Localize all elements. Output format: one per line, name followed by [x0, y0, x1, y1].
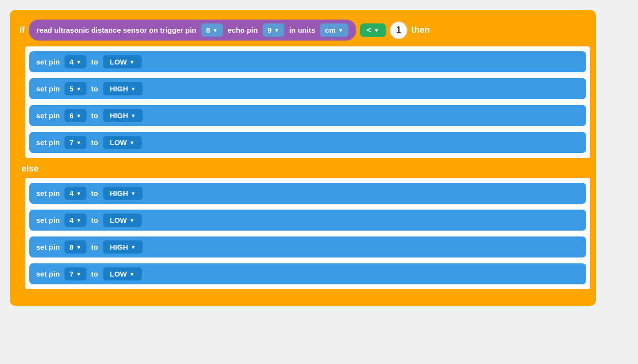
pin-dropdown-else-0[interactable]: 4 ▼: [64, 187, 86, 200]
set-pin-row: set pin 4 ▼ to LOW ▼: [29, 210, 586, 231]
units-arrow-icon: ▼: [338, 27, 343, 33]
set-label-if-1: set pin: [36, 85, 60, 93]
echo-label: echo pin: [228, 26, 258, 34]
to-label-else-1: to: [91, 216, 98, 224]
else-body: set pin 4 ▼ to HIGH ▼ set pin 4 ▼ to LOW…: [25, 178, 590, 289]
else-label: else: [21, 164, 39, 174]
set-label-else-2: set pin: [36, 243, 60, 251]
to-label-if-3: to: [91, 138, 98, 147]
operator-arrow-icon: ▼: [374, 27, 379, 33]
value-dropdown-if-0[interactable]: LOW ▼: [103, 55, 142, 68]
pin-dropdown-if-3[interactable]: 7 ▼: [64, 136, 86, 149]
pin-dropdown-else-3[interactable]: 7 ▼: [64, 267, 86, 280]
to-label-else-0: to: [91, 189, 98, 197]
pin-arrow-icon-if-0: ▼: [76, 59, 82, 65]
to-label-if-2: to: [91, 111, 98, 120]
set-label-else-0: set pin: [36, 189, 60, 197]
to-label-if-0: to: [91, 58, 98, 66]
to-label-if-1: to: [91, 85, 98, 93]
value-arrow-icon-if-2: ▼: [130, 113, 136, 119]
set-label-if-2: set pin: [36, 111, 60, 120]
pin-dropdown-if-0[interactable]: 4 ▼: [64, 55, 86, 68]
echo-pin-arrow-icon: ▼: [274, 27, 279, 33]
value-dropdown-else-3[interactable]: LOW ▼: [103, 267, 142, 280]
value-dropdown-else-2[interactable]: HIGH ▼: [103, 240, 143, 254]
set-pin-row: set pin 8 ▼ to HIGH ▼: [29, 236, 586, 257]
set-pin-row: set pin 4 ▼ to HIGH ▼: [29, 183, 586, 204]
value-arrow-icon-else-2: ▼: [130, 244, 136, 250]
trigger-pin-dropdown[interactable]: 8 ▼: [201, 23, 223, 37]
value-arrow-icon-if-0: ▼: [129, 59, 135, 65]
if-body: set pin 4 ▼ to LOW ▼ set pin 5 ▼ to HIGH…: [25, 46, 590, 158]
set-pin-row: set pin 5 ▼ to HIGH ▼: [29, 78, 586, 99]
pin-arrow-icon-else-1: ▼: [76, 217, 82, 223]
set-label-if-3: set pin: [36, 138, 60, 147]
to-label-else-2: to: [91, 243, 98, 251]
set-label-else-3: set pin: [36, 270, 60, 278]
pin-arrow-icon-if-1: ▼: [76, 86, 82, 92]
else-row: else: [16, 160, 590, 178]
if-row: if read ultrasonic distance sensor on tr…: [16, 16, 590, 46]
value-arrow-icon-else-0: ▼: [130, 191, 136, 196]
set-label-if-0: set pin: [36, 58, 60, 66]
echo-pin-dropdown[interactable]: 9 ▼: [263, 23, 284, 37]
set-label-else-1: set pin: [36, 216, 60, 224]
value-arrow-icon-else-1: ▼: [129, 217, 135, 223]
pin-dropdown-if-1[interactable]: 5 ▼: [64, 82, 86, 95]
pin-dropdown-if-2[interactable]: 6 ▼: [64, 109, 86, 122]
if-else-block: if read ultrasonic distance sensor on tr…: [10, 10, 596, 306]
value-dropdown-else-0[interactable]: HIGH ▼: [103, 187, 143, 200]
value-dropdown-if-2[interactable]: HIGH ▼: [103, 109, 143, 122]
value-arrow-icon-if-1: ▼: [130, 86, 136, 92]
bottom-bar: [16, 289, 590, 300]
pin-arrow-icon-if-2: ▼: [76, 113, 82, 119]
trigger-pin-arrow-icon: ▼: [213, 27, 218, 33]
pin-arrow-icon-else-2: ▼: [76, 244, 82, 250]
value-arrow-icon-else-3: ▼: [129, 271, 135, 277]
value-arrow-icon-if-3: ▼: [129, 140, 135, 146]
pin-dropdown-else-2[interactable]: 8 ▼: [64, 240, 86, 254]
set-pin-row: set pin 7 ▼ to LOW ▼: [29, 263, 586, 284]
set-pin-row: set pin 7 ▼ to LOW ▼: [29, 132, 586, 153]
to-label-else-3: to: [91, 270, 98, 278]
pin-arrow-icon-else-3: ▼: [76, 271, 82, 277]
value-dropdown-if-3[interactable]: LOW ▼: [103, 136, 142, 149]
pin-arrow-icon-if-3: ▼: [76, 140, 82, 146]
units-label: in units: [289, 26, 315, 34]
operator-dropdown[interactable]: < ▼: [360, 23, 386, 37]
pin-arrow-icon-else-0: ▼: [76, 191, 82, 196]
condition-text: read ultrasonic distance sensor on trigg…: [37, 26, 196, 34]
pin-dropdown-else-1[interactable]: 4 ▼: [64, 214, 86, 227]
units-dropdown[interactable]: cm ▼: [320, 23, 348, 37]
then-label: then: [411, 25, 430, 35]
value-circle: 1: [390, 21, 407, 39]
value-dropdown-else-1[interactable]: LOW ▼: [103, 214, 142, 227]
if-label: if: [20, 25, 25, 35]
set-pin-row: set pin 6 ▼ to HIGH ▼: [29, 105, 586, 126]
set-pin-row: set pin 4 ▼ to LOW ▼: [29, 51, 586, 72]
value-dropdown-if-1[interactable]: HIGH ▼: [103, 82, 143, 95]
condition-block: read ultrasonic distance sensor on trigg…: [29, 20, 356, 41]
